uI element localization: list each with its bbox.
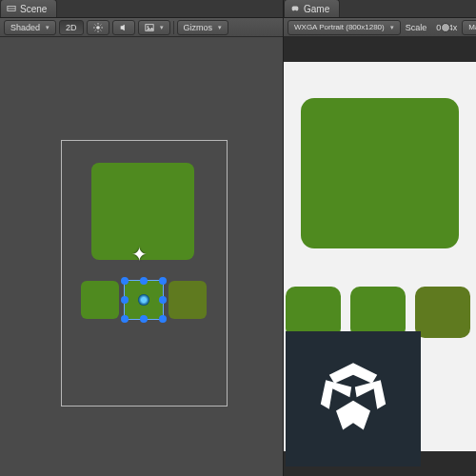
selection-handle[interactable]	[121, 315, 129, 323]
scene-viewport[interactable]: ✦	[0, 37, 283, 476]
preview-small-2	[350, 287, 406, 338]
camera-gizmo-icon[interactable]: ✦	[131, 243, 148, 266]
scale-label: Scale	[404, 23, 429, 32]
svg-line-9	[100, 24, 101, 25]
toolbar-separator	[173, 21, 174, 34]
shading-mode-dropdown[interactable]: Shaded	[4, 20, 56, 35]
scene-tabbar: Scene	[0, 0, 283, 18]
preview-large-square	[301, 98, 459, 248]
preview-small-1	[286, 287, 341, 338]
tab-scene-label: Scene	[20, 4, 47, 14]
toggle-lighting[interactable]	[87, 20, 109, 35]
selection-handle[interactable]	[159, 277, 167, 285]
toggle-2d[interactable]: 2D	[59, 20, 84, 35]
letterbox-top	[284, 37, 476, 62]
toggle-2d-label: 2D	[66, 23, 77, 32]
tab-game-label: Game	[304, 4, 329, 14]
selection-pivot[interactable]	[138, 294, 149, 306]
selection-handle[interactable]	[140, 277, 148, 285]
resolution-label: WXGA Portrait (800x1280)	[294, 23, 385, 31]
maximize-on-play-toggle[interactable]: Maximize On Play	[462, 20, 476, 35]
scene-panel: Scene Shaded 2D Gizmos ✦	[0, 0, 284, 476]
selection-handle[interactable]	[159, 315, 167, 323]
svg-point-2	[96, 26, 100, 30]
image-icon	[145, 23, 154, 32]
sprite-small-3[interactable]	[169, 281, 207, 319]
toggle-fx[interactable]	[138, 20, 170, 35]
svg-line-7	[94, 24, 95, 25]
selection-handle[interactable]	[159, 296, 167, 304]
scene-toolbar: Shaded 2D Gizmos	[0, 18, 283, 37]
slider-thumb[interactable]	[441, 23, 450, 32]
selection-handle[interactable]	[121, 277, 129, 285]
selection-handle[interactable]	[121, 296, 129, 304]
sun-icon	[93, 23, 103, 32]
unity-logo-badge	[286, 331, 421, 466]
resolution-dropdown[interactable]: WXGA Portrait (800x1280)	[288, 20, 401, 35]
svg-line-10	[94, 30, 95, 30]
maximize-label: Maximize On Play	[468, 23, 476, 31]
game-toolbar: WXGA Portrait (800x1280) Scale 0.44x Max…	[284, 18, 476, 37]
preview-small-3	[415, 287, 470, 338]
sprite-small-1[interactable]	[81, 281, 119, 319]
unity-logo-icon	[310, 356, 396, 442]
selection-handle[interactable]	[140, 315, 148, 323]
scene-icon	[7, 4, 16, 13]
gizmos-dropdown[interactable]: Gizmos	[177, 20, 229, 35]
game-tabbar: Game	[284, 0, 476, 18]
toggle-audio[interactable]	[112, 20, 135, 35]
svg-point-12	[147, 26, 149, 28]
game-icon	[290, 4, 300, 13]
tab-game[interactable]: Game	[284, 0, 340, 17]
svg-line-8	[100, 30, 101, 30]
shading-mode-label: Shaded	[10, 23, 40, 32]
audio-icon	[119, 23, 129, 32]
selection-rect[interactable]	[124, 280, 164, 320]
tab-scene[interactable]: Scene	[0, 0, 57, 17]
gizmos-label: Gizmos	[184, 23, 213, 32]
